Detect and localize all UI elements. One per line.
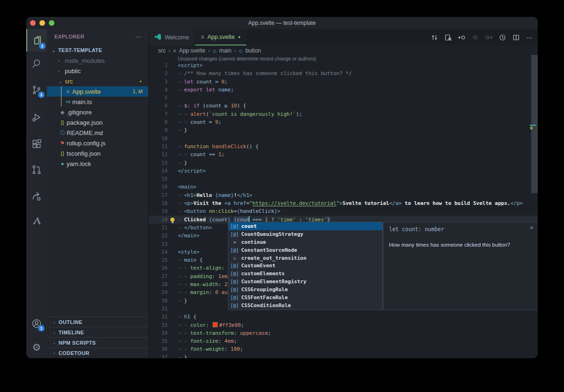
code-line-5[interactable]: 5 xyxy=(149,94,538,102)
suggest-item-ConstantSourceNode[interactable]: [@]ConstantSourceNode xyxy=(229,246,382,254)
breadcrumb-main[interactable]: main xyxy=(219,47,231,54)
code-line-13[interactable]: 13→ } xyxy=(149,159,538,167)
svelte-file-icon: ≡ xyxy=(201,34,204,40)
code-line-4[interactable]: 4→ export let name; xyxy=(149,86,538,94)
code-line-34[interactable]: 34→ → text-transform: uppercase; xyxy=(149,329,538,337)
suggest-item-create_out_transition[interactable]: ◇create_out_transition xyxy=(229,254,382,262)
close-window-button[interactable] xyxy=(30,20,36,26)
code-editor[interactable]: Unsaved changes (cannot determine recent… xyxy=(149,56,538,358)
section-label: OUTLINE xyxy=(59,319,83,325)
section-npm-scripts[interactable]: ›NPM SCRIPTS xyxy=(47,337,148,348)
code-line-16[interactable]: 16<main> xyxy=(149,183,538,191)
file-row-src[interactable]: ⌄src● xyxy=(47,76,148,86)
suggest-item-label: CustomEvent xyxy=(241,263,275,269)
file-row-README.md[interactable]: ⓘREADME.md xyxy=(47,128,148,138)
tab-app-svelte[interactable]: ≡ App.svelte ● xyxy=(195,29,246,45)
section-outline[interactable]: ›OUTLINE xyxy=(47,317,148,327)
dirty-indicator-icon: ● xyxy=(238,35,240,39)
open-preview-icon[interactable] xyxy=(444,34,452,41)
code-line-11[interactable]: 11→ function handleClick() { xyxy=(149,143,538,151)
minimize-window-button[interactable] xyxy=(39,20,45,26)
zoom-window-button[interactable] xyxy=(49,20,54,26)
nav-forward-icon[interactable] xyxy=(485,34,493,41)
file-row-node_modules[interactable]: ›node_modules xyxy=(47,55,148,66)
activity-settings[interactable]: ⚙ xyxy=(26,337,47,357)
activity-live-share[interactable] xyxy=(26,186,47,206)
file-row-package.json[interactable]: {}package.json xyxy=(47,117,148,128)
suggest-item-CSSFontFaceRule[interactable]: [@]CSSFontFaceRule xyxy=(229,294,382,302)
suggest-item-CountQueuingStrategy[interactable]: [@]CountQueuingStrategy xyxy=(229,230,382,238)
file-row-yarn.lock[interactable]: ●yarn.lock xyxy=(47,158,148,169)
nav-current-icon[interactable] xyxy=(472,34,479,41)
section-codetour[interactable]: ›CODETOUR xyxy=(47,347,148,358)
activity-azure[interactable] xyxy=(26,210,47,231)
file-row-public[interactable]: ›public xyxy=(47,66,148,76)
code-line-17[interactable]: 17→ <h1>Hello {name}!</h1> xyxy=(149,191,538,199)
activity-explorer[interactable]: 1 xyxy=(26,29,48,52)
code-line-33[interactable]: 33→ → color: #ff3e00; xyxy=(149,321,538,329)
line-number: 1 xyxy=(149,61,168,69)
code-line-8[interactable]: 8→ → count = 9; xyxy=(149,118,538,126)
code-line-1[interactable]: 1<script> xyxy=(149,61,538,69)
suggest-widget: [@]count[@]CountQueuingStrategy≡continue… xyxy=(228,222,383,310)
code-line-2[interactable]: 2→ /** How many times has someone clicke… xyxy=(149,69,538,77)
code-line-9[interactable]: 9→ } xyxy=(149,126,538,134)
rollup.config.js-file-icon: ⚑ xyxy=(58,140,67,146)
file-icon: ≡ xyxy=(173,48,176,53)
breadcrumb-src[interactable]: src xyxy=(158,47,166,54)
more-actions-icon[interactable]: ⋯ xyxy=(526,34,533,41)
breadcrumb-button[interactable]: button xyxy=(245,47,261,54)
section-timeline[interactable]: ›TIMELINE xyxy=(47,327,148,338)
code-line-37[interactable]: 37→ } xyxy=(149,354,538,358)
suggest-item-CustomElementRegistry[interactable]: [@]CustomElementRegistry xyxy=(229,278,382,286)
line-number: 10 xyxy=(149,135,168,143)
symbol-module-icon: ◇ xyxy=(230,256,239,261)
compare-changes-icon[interactable] xyxy=(431,34,438,41)
activity-extensions[interactable] xyxy=(26,134,47,154)
breadcrumb-app-svelte[interactable]: App.svelte xyxy=(179,47,205,54)
code-line-7[interactable]: 7→ → alert(`count is dangerously high!`)… xyxy=(149,110,538,118)
file-row-tsconfig.json[interactable]: {}tsconfig.json xyxy=(47,148,148,158)
file-row-App.svelte[interactable]: ≡App.svelte1, M xyxy=(47,86,148,97)
explorer-root-folder[interactable]: ⌄ TEST-TEMPLATE xyxy=(47,45,148,55)
line-number: 18 xyxy=(149,199,168,207)
explorer-more-actions-icon[interactable]: ⋯ xyxy=(135,33,142,40)
suggest-item-continue[interactable]: ≡continue xyxy=(229,238,382,246)
lightbulb-icon[interactable] xyxy=(170,218,175,222)
chevron-down-icon: ⌄ xyxy=(52,48,58,53)
activity-accounts[interactable]: 1 xyxy=(26,313,47,334)
symbol-variable-icon: [@] xyxy=(230,295,239,300)
code-line-36[interactable]: 36→ → font-weight: 100; xyxy=(149,345,538,353)
code-line-15[interactable]: 15 xyxy=(149,175,538,183)
line-number: 37 xyxy=(149,354,168,358)
suggest-item-CustomEvent[interactable]: [@]CustomEvent xyxy=(229,262,382,270)
file-row-main.ts[interactable]: TSmain.ts xyxy=(47,97,148,107)
activity-source-control[interactable]: 1 xyxy=(26,80,47,100)
code-line-6[interactable]: 6→ $: if (count ≥ 10) { xyxy=(149,102,538,110)
code-line-14[interactable]: 14</script> xyxy=(149,167,538,175)
code-line-18[interactable]: 18→ <p>Visit the <a href="https://svelte… xyxy=(149,199,538,207)
close-icon[interactable]: × xyxy=(530,225,534,231)
suggest-item-customElements[interactable]: [@]customElements xyxy=(229,270,382,278)
activity-search[interactable] xyxy=(26,53,47,74)
suggest-item-label: ConstantSourceNode xyxy=(241,247,297,253)
activity-github-pull-requests[interactable] xyxy=(26,159,47,180)
split-editor-icon[interactable] xyxy=(512,34,520,41)
code-line-19[interactable]: 19→ <button on:click={handleClick}> xyxy=(149,207,538,215)
suggest-item-count[interactable]: [@]count xyxy=(229,222,382,230)
code-line-32[interactable]: 32→ h1 { xyxy=(149,313,538,321)
file-row-.gitignore[interactable]: ◆.gitignore xyxy=(47,107,148,117)
tab-welcome[interactable]: Welcome xyxy=(149,29,195,45)
overview-ruler-cursor-mark xyxy=(530,127,533,129)
code-line-12[interactable]: 12→ → count += 1; xyxy=(149,151,538,158)
activity-run-debug[interactable] xyxy=(26,107,47,128)
nav-back-icon[interactable] xyxy=(458,34,465,41)
timeline-icon[interactable] xyxy=(499,34,506,41)
scrollbar-slider[interactable] xyxy=(531,55,538,193)
suggest-item-CSSConditionRule[interactable]: [@]CSSConditionRule xyxy=(229,302,382,309)
code-line-35[interactable]: 35→ → font-size: 4em; xyxy=(149,337,538,345)
file-row-rollup.config.js[interactable]: ⚑rollup.config.js xyxy=(47,138,148,148)
suggest-item-CSSGroupingRule[interactable]: [@]CSSGroupingRule xyxy=(229,286,382,294)
code-line-10[interactable]: 10 xyxy=(149,135,538,143)
code-line-3[interactable]: 3→ let count = 0; xyxy=(149,78,538,86)
